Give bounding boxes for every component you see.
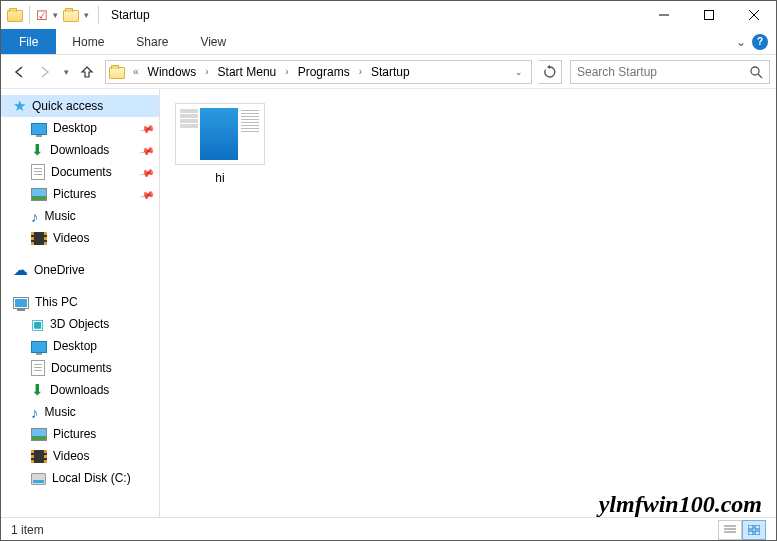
file-item[interactable]: hi — [170, 99, 270, 189]
search-input[interactable]: Search Startup — [570, 60, 770, 84]
sidebar-item-pictures[interactable]: Pictures 📌 — [1, 183, 159, 205]
chevron-right-icon[interactable]: › — [200, 66, 213, 77]
tab-share[interactable]: Share — [120, 29, 184, 54]
svg-rect-12 — [755, 531, 760, 535]
desktop-icon — [31, 123, 47, 135]
address-dropdown-icon[interactable]: ⌄ — [510, 67, 528, 77]
pc-icon — [13, 297, 29, 309]
breadcrumb-segment[interactable]: Programs — [294, 65, 354, 79]
folder-icon[interactable] — [7, 10, 23, 22]
back-button[interactable] — [7, 60, 31, 84]
maximize-button[interactable] — [686, 1, 731, 29]
refresh-button[interactable] — [538, 60, 562, 84]
sidebar-item-documents[interactable]: Documents — [1, 357, 159, 379]
separator — [29, 6, 30, 24]
expand-ribbon-icon[interactable]: ⌄ — [736, 35, 746, 49]
recent-locations-button[interactable]: ▾ — [59, 60, 73, 84]
chevron-right-icon[interactable]: › — [280, 66, 293, 77]
sidebar-item-3d-objects[interactable]: ▣ 3D Objects — [1, 313, 159, 335]
svg-rect-1 — [704, 11, 713, 20]
sidebar-item-music[interactable]: ♪ Music — [1, 205, 159, 227]
documents-icon — [31, 164, 45, 180]
sidebar-item-label: Desktop — [53, 339, 97, 353]
sidebar-item-label: Downloads — [50, 143, 109, 157]
sidebar-item-downloads[interactable]: ⬇ Downloads 📌 — [1, 139, 159, 161]
icons-view-button[interactable] — [742, 520, 766, 540]
breadcrumb-segment[interactable]: Windows — [144, 65, 201, 79]
minimize-button[interactable] — [641, 1, 686, 29]
search-icon[interactable] — [749, 65, 763, 79]
titlebar: ☑ ▾ ▾ Startup — [1, 1, 776, 29]
tab-view[interactable]: View — [184, 29, 242, 54]
svg-rect-11 — [748, 531, 753, 535]
sidebar-item-onedrive[interactable]: ☁ OneDrive — [1, 259, 159, 281]
program-thumb-icon — [175, 103, 265, 165]
sidebar-item-label: Videos — [53, 231, 89, 245]
sidebar-item-label: Quick access — [32, 99, 103, 113]
sidebar-item-label: Downloads — [50, 383, 109, 397]
sidebar-item-this-pc[interactable]: This PC — [1, 291, 159, 313]
sidebar-item-label: Videos — [53, 449, 89, 463]
sidebar-item-label: Local Disk (C:) — [52, 471, 131, 485]
ribbon: File Home Share View ⌄ ? — [1, 29, 776, 55]
navbar: ▾ « Windows › Start Menu › Programs › St… — [1, 55, 776, 89]
help-icon[interactable]: ? — [752, 34, 768, 50]
sidebar-item-label: Pictures — [53, 187, 96, 201]
pictures-icon — [31, 428, 47, 441]
music-icon: ♪ — [31, 404, 39, 421]
search-placeholder: Search Startup — [577, 65, 657, 79]
cloud-icon: ☁ — [13, 261, 28, 279]
dropdown-icon[interactable]: ▾ — [50, 10, 61, 20]
breadcrumb-segment[interactable]: Startup — [367, 65, 414, 79]
folder-icon — [109, 67, 125, 79]
file-label: hi — [215, 171, 224, 185]
videos-icon — [31, 450, 47, 463]
documents-icon — [31, 360, 45, 376]
up-button[interactable] — [75, 60, 99, 84]
sidebar-item-local-disk[interactable]: Local Disk (C:) — [1, 467, 159, 489]
svg-rect-9 — [748, 525, 753, 529]
sidebar-item-label: OneDrive — [34, 263, 85, 277]
breadcrumb-segment[interactable]: Start Menu — [214, 65, 281, 79]
sidebar-item-pictures[interactable]: Pictures — [1, 423, 159, 445]
cube-icon: ▣ — [31, 316, 44, 332]
window-title: Startup — [111, 8, 150, 22]
disk-icon — [31, 473, 46, 485]
sidebar-item-downloads[interactable]: ⬇ Downloads — [1, 379, 159, 401]
sidebar-item-label: Pictures — [53, 427, 96, 441]
dropdown-icon[interactable]: ▾ — [81, 10, 92, 20]
file-tab[interactable]: File — [1, 29, 56, 54]
sidebar-item-documents[interactable]: Documents 📌 — [1, 161, 159, 183]
pin-icon: 📌 — [139, 186, 155, 202]
pictures-icon — [31, 188, 47, 201]
sidebar-item-desktop[interactable]: Desktop 📌 — [1, 117, 159, 139]
content-pane[interactable]: hi — [160, 89, 776, 517]
desktop-icon — [31, 341, 47, 353]
sidebar-item-label: Music — [45, 209, 76, 223]
address-bar[interactable]: « Windows › Start Menu › Programs › Star… — [105, 60, 532, 84]
pin-icon: 📌 — [139, 142, 155, 158]
details-view-button[interactable] — [718, 520, 742, 540]
properties-icon[interactable]: ☑ — [36, 8, 48, 23]
sidebar-item-quick-access[interactable]: ★ Quick access — [1, 95, 159, 117]
sidebar-item-label: Documents — [51, 361, 112, 375]
sidebar-item-videos[interactable]: Videos — [1, 227, 159, 249]
status-text: 1 item — [11, 523, 44, 537]
chevron-right-icon[interactable]: « — [128, 66, 144, 77]
sidebar-item-videos[interactable]: Videos — [1, 445, 159, 467]
separator — [98, 6, 99, 24]
this-pc-group: This PC ▣ 3D Objects Desktop Documents ⬇… — [1, 291, 159, 489]
folder-open-icon[interactable] — [63, 10, 79, 22]
quick-access-group: ★ Quick access Desktop 📌 ⬇ Downloads 📌 D… — [1, 95, 159, 249]
forward-button[interactable] — [33, 60, 57, 84]
close-button[interactable] — [731, 1, 776, 29]
sidebar-item-music[interactable]: ♪ Music — [1, 401, 159, 423]
quick-access-toolbar: ☑ ▾ ▾ — [1, 6, 103, 24]
sidebar-item-desktop[interactable]: Desktop — [1, 335, 159, 357]
pin-icon: 📌 — [139, 164, 155, 180]
sidebar-item-label: Music — [45, 405, 76, 419]
download-icon: ⬇ — [31, 381, 44, 399]
sidebar[interactable]: ★ Quick access Desktop 📌 ⬇ Downloads 📌 D… — [1, 89, 160, 517]
tab-home[interactable]: Home — [56, 29, 120, 54]
chevron-right-icon[interactable]: › — [354, 66, 367, 77]
